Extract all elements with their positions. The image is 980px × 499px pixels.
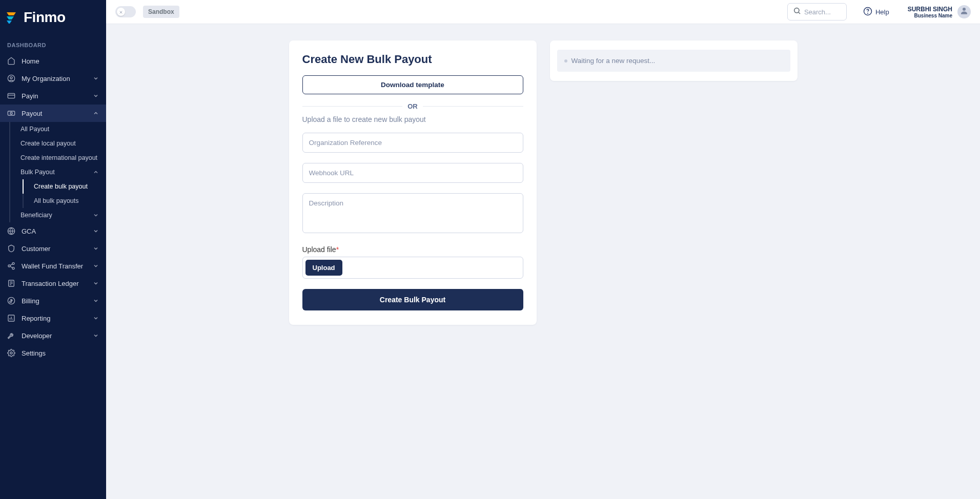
svg-point-1	[10, 77, 12, 79]
nav-label: Billing	[22, 297, 93, 305]
svg-point-22	[10, 352, 12, 354]
svg-line-12	[10, 266, 13, 268]
svg-point-5	[10, 112, 12, 114]
sidebar-item-payout[interactable]: Payout	[0, 105, 106, 122]
log-text: Waiting for a new request...	[571, 57, 656, 65]
dollar-icon	[7, 297, 15, 305]
nav-label: Home	[22, 57, 99, 65]
svg-line-26	[799, 12, 800, 14]
nav-label: Customer	[22, 245, 93, 253]
sidebar-item-create-local-payout[interactable]: Create local payout	[10, 136, 106, 151]
sidebar-item-bulk-payout[interactable]: Bulk Payout	[10, 165, 106, 179]
help-icon	[863, 7, 872, 17]
log-card: Waiting for a new request...	[550, 40, 798, 81]
svg-point-9	[8, 265, 10, 267]
svg-point-10	[12, 267, 14, 269]
webhook-url-input[interactable]	[302, 163, 523, 183]
logo[interactable]: Finmo	[0, 0, 106, 33]
user-name: SURBHI SINGH	[908, 6, 952, 13]
close-icon	[119, 7, 123, 16]
nav-label: My Organization	[22, 75, 93, 82]
svg-point-25	[794, 8, 799, 13]
chevron-down-icon	[93, 75, 99, 81]
svg-rect-2	[8, 93, 14, 98]
help-link[interactable]: Help	[863, 7, 889, 17]
gear-icon	[7, 349, 15, 357]
or-divider: OR	[302, 102, 523, 110]
chevron-down-icon	[93, 245, 99, 252]
sidebar-item-create-intl-payout[interactable]: Create international payout	[10, 151, 106, 165]
nav-label: Payout	[22, 110, 93, 117]
share-icon	[7, 262, 15, 270]
upload-button[interactable]: Upload	[305, 260, 342, 276]
sidebar-item-beneficiary[interactable]: Beneficiary	[10, 208, 106, 222]
page-title: Create New Bulk Payout	[302, 53, 523, 66]
sidebar-item-wallet-fund-transfer[interactable]: Wallet Fund Transfer	[0, 257, 106, 275]
chevron-down-icon	[93, 315, 99, 321]
search-box[interactable]	[787, 3, 847, 20]
nav-label: Transaction Ledger	[22, 280, 93, 287]
sidebar: Finmo DASHBOARD Home My Organization Pay…	[0, 0, 106, 499]
helper-text: Upload a file to create new bulk payout	[302, 115, 523, 123]
help-label: Help	[875, 8, 889, 16]
nav-label: Wallet Fund Transfer	[22, 262, 93, 270]
avatar[interactable]	[957, 5, 971, 18]
chevron-down-icon	[93, 228, 99, 234]
user-subtitle: Business Name	[908, 13, 952, 18]
sidebar-item-settings[interactable]: Settings	[0, 344, 106, 362]
logo-text: Finmo	[24, 9, 66, 26]
sidebar-item-my-organization[interactable]: My Organization	[0, 70, 106, 87]
nav-label: Reporting	[22, 315, 93, 322]
svg-rect-4	[8, 111, 14, 115]
chevron-down-icon	[93, 93, 99, 99]
card-icon	[7, 92, 15, 100]
main-area: Sandbox Help SURBHI SINGH Business Name …	[106, 0, 980, 499]
toggle-knob	[117, 8, 125, 16]
chevron-down-icon	[93, 212, 99, 218]
svg-point-29	[963, 8, 966, 11]
user-block[interactable]: SURBHI SINGH Business Name	[908, 5, 971, 18]
sidebar-item-developer[interactable]: Developer	[0, 327, 106, 344]
form-card: Create New Bulk Payout Download template…	[289, 40, 537, 325]
log-row: Waiting for a new request...	[557, 50, 790, 72]
upload-file-label: Upload file*	[302, 245, 523, 254]
section-label: DASHBOARD	[0, 33, 106, 52]
create-bulk-payout-button[interactable]: Create Bulk Payout	[302, 289, 523, 310]
person-icon	[959, 6, 969, 17]
organization-reference-input[interactable]	[302, 133, 523, 153]
sidebar-item-gca[interactable]: GCA	[0, 222, 106, 240]
sidebar-item-transaction-ledger[interactable]: Transaction Ledger	[0, 275, 106, 292]
search-icon	[793, 7, 801, 17]
sidebar-item-home[interactable]: Home	[0, 52, 106, 70]
ledger-icon	[7, 279, 15, 287]
logo-icon	[4, 10, 18, 25]
description-input[interactable]	[302, 193, 523, 233]
sandbox-toggle[interactable]	[115, 6, 136, 17]
upload-box: Upload	[302, 257, 523, 279]
status-dot-icon	[564, 59, 567, 63]
chevron-down-icon	[93, 332, 99, 339]
money-icon	[7, 109, 15, 117]
sidebar-item-reporting[interactable]: Reporting	[0, 309, 106, 327]
chevron-up-icon	[93, 169, 99, 175]
nav-label: Payin	[22, 92, 93, 100]
sidebar-item-all-payout[interactable]: All Payout	[10, 122, 106, 136]
nav-label: Developer	[22, 332, 93, 340]
svg-line-11	[10, 264, 13, 265]
sidebar-item-payin[interactable]: Payin	[0, 87, 106, 105]
home-icon	[7, 57, 15, 65]
search-input[interactable]	[804, 8, 841, 16]
required-asterisk: *	[336, 245, 339, 254]
sidebar-item-all-bulk-payouts[interactable]: All bulk payouts	[24, 194, 106, 208]
content: Create New Bulk Payout Download template…	[106, 24, 980, 499]
user-circle-icon	[7, 74, 15, 82]
sandbox-badge: Sandbox	[143, 6, 179, 18]
chevron-down-icon	[93, 263, 99, 269]
sidebar-item-billing[interactable]: Billing	[0, 292, 106, 309]
user-text: SURBHI SINGH Business Name	[908, 6, 952, 18]
sidebar-item-customer[interactable]: Customer	[0, 240, 106, 257]
svg-point-28	[868, 13, 868, 13]
sidebar-item-create-bulk-payout[interactable]: Create bulk payout	[23, 179, 106, 194]
chart-icon	[7, 314, 15, 322]
download-template-button[interactable]: Download template	[302, 75, 523, 94]
